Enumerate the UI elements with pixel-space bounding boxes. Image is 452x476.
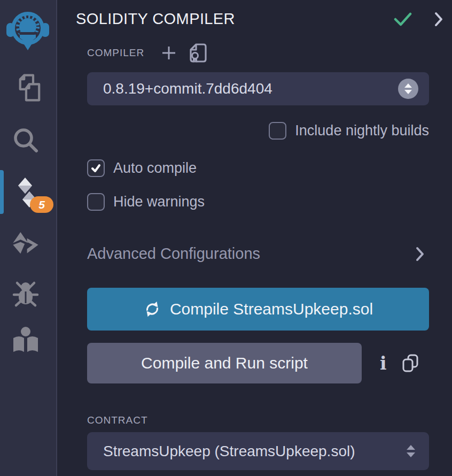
sidebar-item-deploy-and-run[interactable] <box>11 228 41 258</box>
icon-sidebar: 5 <box>0 0 57 476</box>
remix-logo-icon <box>5 6 50 53</box>
checkmark-icon <box>91 164 101 173</box>
auto-compile-label[interactable]: Auto compile <box>113 160 197 176</box>
compile-run-row: Compile and Run script i <box>87 343 429 383</box>
sidebar-item-learneth[interactable] <box>11 326 41 356</box>
auto-compile-checkbox[interactable] <box>87 159 105 177</box>
plus-icon <box>161 45 176 60</box>
search-icon <box>11 126 40 155</box>
advanced-configurations-toggle[interactable]: Advanced Configurations <box>87 245 429 263</box>
compiler-section-label: COMPILER <box>87 47 144 59</box>
compile-and-run-button[interactable]: Compile and Run script <box>87 343 362 383</box>
debugger-icon <box>11 279 41 309</box>
learneth-book-icon <box>11 326 41 355</box>
remix-logo[interactable] <box>5 6 50 53</box>
include-nightly-label[interactable]: Include nightly builds <box>295 122 429 139</box>
advanced-configurations-label: Advanced Configurations <box>87 245 260 263</box>
active-tab-indicator <box>0 170 4 214</box>
compiler-version-value: 0.8.19+commit.7dd6d404 <box>103 80 272 97</box>
auto-compile-row: Auto compile <box>87 159 429 177</box>
select-arrows-icon <box>398 79 418 99</box>
sidebar-item-file-explorer[interactable] <box>11 73 41 103</box>
hide-warnings-checkbox[interactable] <box>87 193 105 211</box>
include-nightly-row: Include nightly builds <box>87 122 429 140</box>
compile-success-icon <box>393 12 412 27</box>
compile-button[interactable]: Compile StreamsUpkeep.sol <box>87 288 429 331</box>
sidebar-item-debugger[interactable] <box>11 279 41 309</box>
add-custom-compiler-button[interactable] <box>161 45 176 60</box>
compiler-error-badge: 5 <box>30 196 53 213</box>
copy-icon[interactable] <box>402 354 419 373</box>
collapse-panel-chevron-icon[interactable] <box>434 11 443 27</box>
compile-button-label: Compile StreamsUpkeep.sol <box>170 300 373 318</box>
chevron-right-icon <box>416 247 425 262</box>
panel-title: SOLIDITY COMPILER <box>76 10 235 28</box>
contract-select[interactable]: StreamsUpkeep (StreamsUpkeep.sol) <box>87 432 429 470</box>
select-arrows-icon <box>407 445 415 457</box>
compiler-label-row: COMPILER <box>87 43 429 63</box>
compiler-license-button[interactable] <box>189 43 207 63</box>
hide-warnings-row: Hide warnings <box>87 193 429 211</box>
compile-and-run-label: Compile and Run script <box>141 354 308 372</box>
file-explorer-icon <box>11 72 41 104</box>
solidity-compiler-panel: SOLIDITY COMPILER COMPILER <box>57 0 452 476</box>
compiler-version-select[interactable]: 0.8.19+commit.7dd6d404 <box>87 72 429 105</box>
hide-warnings-label[interactable]: Hide warnings <box>113 194 205 210</box>
deploy-and-run-icon <box>11 229 41 257</box>
sidebar-item-search[interactable] <box>11 125 41 155</box>
include-nightly-checkbox[interactable] <box>269 122 286 140</box>
panel-header: SOLIDITY COMPILER <box>57 0 452 28</box>
info-icon[interactable]: i <box>380 355 387 372</box>
refresh-icon <box>143 300 161 318</box>
contract-section-label: CONTRACT <box>87 414 148 426</box>
contract-select-value: StreamsUpkeep (StreamsUpkeep.sol) <box>103 443 355 460</box>
document-seal-icon <box>189 43 207 63</box>
contract-label-row: CONTRACT <box>87 414 429 426</box>
